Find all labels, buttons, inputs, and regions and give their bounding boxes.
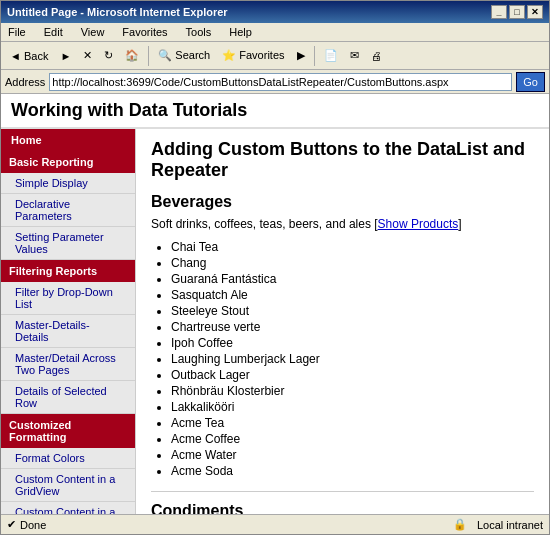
beverages-section: Beverages Soft drinks, coffees, teas, be… <box>151 193 534 479</box>
forward-button[interactable]: ► <box>55 45 76 67</box>
sidebar-item-custom-content-detailsview[interactable]: Custom Content in a DetailsView <box>1 502 135 514</box>
sidebar-item-master-details[interactable]: Master-Details-Details <box>1 315 135 348</box>
sidebar-item-filter-dropdown[interactable]: Filter by Drop-Down List <box>1 282 135 315</box>
menu-help[interactable]: Help <box>226 25 255 39</box>
list-item: Steeleye Stout <box>171 303 534 319</box>
sidebar-item-details-selected-row[interactable]: Details of Selected Row <box>1 381 135 414</box>
status-bar: ✔ Done 🔒 Local intranet <box>1 514 549 534</box>
list-item: Guaraná Fantástica <box>171 271 534 287</box>
menu-bar: File Edit View Favorites Tools Help <box>1 23 549 42</box>
maximize-button[interactable]: □ <box>509 5 525 19</box>
list-item: Acme Water <box>171 447 534 463</box>
address-bar: Address Go <box>1 70 549 94</box>
beverages-show-products-link[interactable]: Show Products <box>378 217 459 231</box>
list-item: Chang <box>171 255 534 271</box>
search-button[interactable]: 🔍 Search <box>153 45 215 67</box>
go-button[interactable]: Go <box>516 72 545 92</box>
minimize-button[interactable]: _ <box>491 5 507 19</box>
refresh-button[interactable]: ↻ <box>99 45 118 67</box>
mail-button[interactable]: ✉ <box>345 45 364 67</box>
list-item: Sasquatch Ale <box>171 287 534 303</box>
condiments-section: Condiments Sweet and savory sauces, reli… <box>151 502 534 514</box>
browser-window: Untitled Page - Microsoft Internet Explo… <box>0 0 550 535</box>
section-divider <box>151 491 534 492</box>
close-button[interactable]: ✕ <box>527 5 543 19</box>
sidebar: Home Basic Reporting Simple Display Decl… <box>1 129 136 514</box>
sidebar-item-customized-formatting[interactable]: Customized Formatting <box>1 414 135 448</box>
list-item: Acme Tea <box>171 415 534 431</box>
address-input[interactable] <box>49 73 512 91</box>
zone-text: Local intranet <box>477 519 543 531</box>
menu-edit[interactable]: Edit <box>41 25 66 39</box>
back-button[interactable]: ◄ Back <box>5 45 53 67</box>
page-header-title: Working with Data Tutorials <box>11 100 539 121</box>
list-item: Chartreuse verte <box>171 319 534 335</box>
menu-file[interactable]: File <box>5 25 29 39</box>
sidebar-item-declarative-parameters[interactable]: Declarative Parameters <box>1 194 135 227</box>
list-item: Acme Coffee <box>171 431 534 447</box>
beverages-title: Beverages <box>151 193 534 211</box>
menu-favorites[interactable]: Favorites <box>119 25 170 39</box>
menu-view[interactable]: View <box>78 25 108 39</box>
list-item: Chai Tea <box>171 239 534 255</box>
print-button[interactable]: 🖨 <box>366 45 387 67</box>
sidebar-item-setting-parameter-values[interactable]: Setting Parameter Values <box>1 227 135 260</box>
list-item: Rhönbräu Klosterbier <box>171 383 534 399</box>
page-title: Adding Custom Buttons to the DataList an… <box>151 139 534 181</box>
sidebar-item-simple-display[interactable]: Simple Display <box>1 173 135 194</box>
list-item: Ipoh Coffee <box>171 335 534 351</box>
title-bar-buttons: _ □ ✕ <box>491 5 543 19</box>
address-label: Address <box>5 76 45 88</box>
list-item: Laughing Lumberjack Lager <box>171 351 534 367</box>
status-icon: ✔ <box>7 518 16 531</box>
status-right: 🔒 Local intranet <box>453 518 543 531</box>
sidebar-item-master-detail-pages[interactable]: Master/Detail Across Two Pages <box>1 348 135 381</box>
media-button[interactable]: ▶ <box>292 45 310 67</box>
list-item: Acme Soda <box>171 463 534 479</box>
beverages-product-list: Chai Tea Chang Guaraná Fantástica Sasqua… <box>171 239 534 479</box>
sidebar-item-custom-content-gridview[interactable]: Custom Content in a GridView <box>1 469 135 502</box>
list-item: Outback Lager <box>171 367 534 383</box>
status-text: Done <box>20 519 46 531</box>
history-button[interactable]: 📄 <box>319 45 343 67</box>
menu-tools[interactable]: Tools <box>183 25 215 39</box>
lock-icon: 🔒 <box>453 518 467 531</box>
toolbar-sep-2 <box>314 46 315 66</box>
sidebar-item-home[interactable]: Home <box>1 129 135 151</box>
toolbar-sep-1 <box>148 46 149 66</box>
sidebar-item-filtering-reports[interactable]: Filtering Reports <box>1 260 135 282</box>
list-item: Lakkalikööri <box>171 399 534 415</box>
sidebar-item-basic-reporting[interactable]: Basic Reporting <box>1 151 135 173</box>
main-content: Adding Custom Buttons to the DataList an… <box>136 129 549 514</box>
sidebar-item-format-colors[interactable]: Format Colors <box>1 448 135 469</box>
page-header: Working with Data Tutorials <box>1 94 549 129</box>
beverages-desc: Soft drinks, coffees, teas, beers, and a… <box>151 217 534 231</box>
toolbar: ◄ Back ► ✕ ↻ 🏠 🔍 Search ⭐ Favorites ▶ 📄 … <box>1 42 549 70</box>
condiments-title: Condiments <box>151 502 534 514</box>
home-button[interactable]: 🏠 <box>120 45 144 67</box>
stop-button[interactable]: ✕ <box>78 45 97 67</box>
title-bar: Untitled Page - Microsoft Internet Explo… <box>1 1 549 23</box>
favorites-button[interactable]: ⭐ Favorites <box>217 45 289 67</box>
title-bar-text: Untitled Page - Microsoft Internet Explo… <box>7 6 228 18</box>
status-left: ✔ Done <box>7 518 46 531</box>
content-area: Home Basic Reporting Simple Display Decl… <box>1 129 549 514</box>
